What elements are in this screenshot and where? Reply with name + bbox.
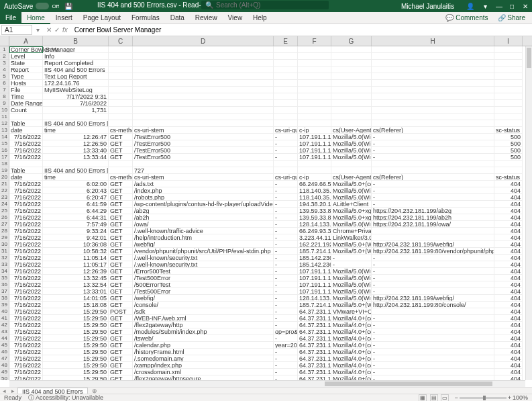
spreadsheet-grid[interactable]: A B C D E F G H I 1Corner Bowl Server Ma… bbox=[0, 36, 532, 387]
table-row[interactable]: 387/16/202214:01:05GET/webfig/-128.14.13… bbox=[0, 295, 525, 302]
cell[interactable]: /xampp/index.php bbox=[133, 362, 274, 369]
cell[interactable] bbox=[372, 308, 494, 315]
cell[interactable]: https://204.232.181.199/ab2g bbox=[372, 208, 494, 214]
row-header[interactable]: 10 bbox=[0, 107, 9, 114]
cell[interactable]: 7/16/2022 bbox=[9, 241, 43, 248]
cell[interactable]: 7/16/2022 bbox=[9, 295, 43, 302]
cell[interactable]: /help/introduction.htm bbox=[133, 234, 274, 241]
cell[interactable]: 15:29:50 bbox=[43, 369, 109, 375]
cell[interactable]: 15:29:50 bbox=[43, 375, 109, 380]
cell[interactable] bbox=[298, 66, 331, 73]
cell[interactable]: Time bbox=[9, 93, 43, 100]
col-a[interactable]: A bbox=[9, 36, 43, 46]
cell[interactable]: 7/16/2022 bbox=[9, 342, 43, 349]
table-row[interactable]: 9Date Range7/16/2022 bbox=[0, 100, 525, 107]
cell[interactable]: /flex2gateway/httpsecure bbox=[133, 375, 274, 380]
cell[interactable] bbox=[494, 167, 523, 174]
cell[interactable] bbox=[494, 107, 523, 114]
cell[interactable]: - bbox=[274, 335, 298, 342]
row-header[interactable]: 33 bbox=[0, 261, 9, 268]
cell[interactable] bbox=[331, 167, 372, 174]
cell[interactable] bbox=[372, 228, 494, 234]
cell[interactable] bbox=[133, 60, 274, 66]
cell[interactable]: 185.7.214.104 bbox=[298, 248, 331, 255]
cell[interactable]: 107.191.1.192 bbox=[298, 281, 331, 288]
cell[interactable]: date bbox=[9, 127, 43, 134]
cell[interactable]: http://204.232.181.199:80/console/ bbox=[372, 302, 494, 308]
cell[interactable]: - bbox=[274, 261, 298, 268]
cell[interactable] bbox=[274, 53, 298, 60]
cell[interactable]: 11:05:17 bbox=[43, 261, 109, 268]
col-i[interactable]: I bbox=[494, 36, 523, 46]
cell[interactable] bbox=[298, 53, 331, 60]
cell[interactable]: 64.37.231.134 bbox=[298, 362, 331, 369]
col-c[interactable]: C bbox=[109, 36, 133, 46]
cell[interactable]: GET bbox=[109, 140, 133, 147]
row-header[interactable]: 26 bbox=[0, 214, 9, 221]
cell[interactable]: 7/16/2022 bbox=[9, 214, 43, 221]
cell[interactable]: 404 bbox=[494, 328, 523, 335]
cell[interactable]: - bbox=[274, 322, 298, 328]
cell[interactable]: 7/16/2022 bbox=[9, 308, 43, 315]
cell[interactable] bbox=[109, 66, 133, 73]
cell[interactable] bbox=[372, 100, 494, 107]
table-row[interactable]: 2LevelInfo bbox=[0, 53, 525, 60]
col-g[interactable]: G bbox=[331, 36, 372, 46]
cell[interactable]: 15:29:50 bbox=[43, 355, 109, 362]
row-header[interactable]: 36 bbox=[0, 281, 9, 288]
cell[interactable]: Mozilla/4.0+(com) bbox=[331, 335, 372, 342]
cell[interactable]: Report Completed bbox=[43, 60, 109, 66]
cell[interactable]: 7/16/2022 bbox=[9, 268, 43, 275]
cell[interactable]: 66.249.66.53 bbox=[298, 181, 331, 187]
tab-file[interactable]: File bbox=[0, 12, 21, 24]
table-row[interactable]: 177/16/202213:33:44GET/TestError500-107.… bbox=[0, 154, 525, 161]
table-row[interactable]: 337/16/202211:05:17GET/.well-known/secur… bbox=[0, 261, 525, 268]
cell[interactable]: 64.37.231.134 bbox=[298, 328, 331, 335]
cell[interactable]: 500 bbox=[494, 140, 523, 147]
cell[interactable]: - bbox=[274, 355, 298, 362]
cell[interactable]: GET bbox=[109, 234, 133, 241]
cell[interactable]: 15:29:50 bbox=[43, 308, 109, 315]
cell[interactable] bbox=[372, 66, 494, 73]
cell[interactable]: 404 bbox=[494, 349, 523, 355]
cell[interactable]: 7/16/2022 bbox=[9, 221, 43, 228]
cell[interactable]: GET bbox=[109, 255, 133, 261]
table-row[interactable]: 307/16/202210:36:08GET/webfig/-162.221.1… bbox=[0, 241, 525, 248]
cell[interactable]: Mozilla/4.0+(com) bbox=[331, 315, 372, 322]
cell[interactable]: Table bbox=[9, 120, 43, 127]
cell[interactable]: 404 bbox=[494, 228, 523, 234]
row-header[interactable]: 23 bbox=[0, 194, 9, 201]
cell[interactable]: 139.59.33.87 bbox=[298, 214, 331, 221]
cell[interactable]: 12:26:50 bbox=[43, 140, 109, 147]
cell[interactable] bbox=[274, 161, 298, 167]
cell[interactable]: 66.249.93.30 bbox=[298, 228, 331, 234]
cell[interactable] bbox=[331, 93, 372, 100]
cell[interactable]: cs(User-Agent) bbox=[331, 174, 372, 181]
cell[interactable]: 64.37.231.134 bbox=[298, 335, 331, 342]
cell[interactable]: - bbox=[372, 201, 494, 208]
row-header[interactable]: 4 bbox=[0, 66, 9, 73]
cell[interactable]: 404 bbox=[494, 261, 523, 268]
share-button[interactable]: 🔗 Share bbox=[494, 14, 529, 21]
cell[interactable]: - bbox=[372, 315, 494, 322]
cell[interactable]: Mozilla/4.0+(com) bbox=[331, 322, 372, 328]
zoom-out-icon[interactable]: − bbox=[454, 394, 458, 401]
cell[interactable] bbox=[43, 161, 109, 167]
cell[interactable]: - bbox=[274, 147, 298, 154]
cell[interactable]: 404 bbox=[494, 181, 523, 187]
cell[interactable]: Mozilla/5.0(Wind bbox=[331, 194, 372, 201]
table-row[interactable]: 327/16/202211:05:14GET/.well-known/secur… bbox=[0, 255, 525, 261]
row-header[interactable]: 15 bbox=[0, 140, 9, 147]
cell[interactable]: /TestError500 bbox=[133, 154, 274, 161]
cell[interactable]: 404 bbox=[494, 275, 523, 281]
cell[interactable]: GET bbox=[109, 295, 133, 302]
row-header[interactable]: 1 bbox=[0, 46, 9, 53]
cell[interactable] bbox=[9, 161, 43, 167]
cell[interactable]: 15:29:50 bbox=[43, 335, 109, 342]
cell[interactable]: IIS 404 and 500 Errors | 500 | 4 bbox=[43, 120, 109, 127]
cell[interactable]: - bbox=[372, 369, 494, 375]
cell[interactable] bbox=[372, 53, 494, 60]
cell[interactable]: http://204.232.181.199:80/vendor/phpunit… bbox=[372, 248, 494, 255]
row-header[interactable]: 43 bbox=[0, 328, 9, 335]
cell[interactable]: /WEB-INF./web.xml bbox=[133, 315, 274, 322]
